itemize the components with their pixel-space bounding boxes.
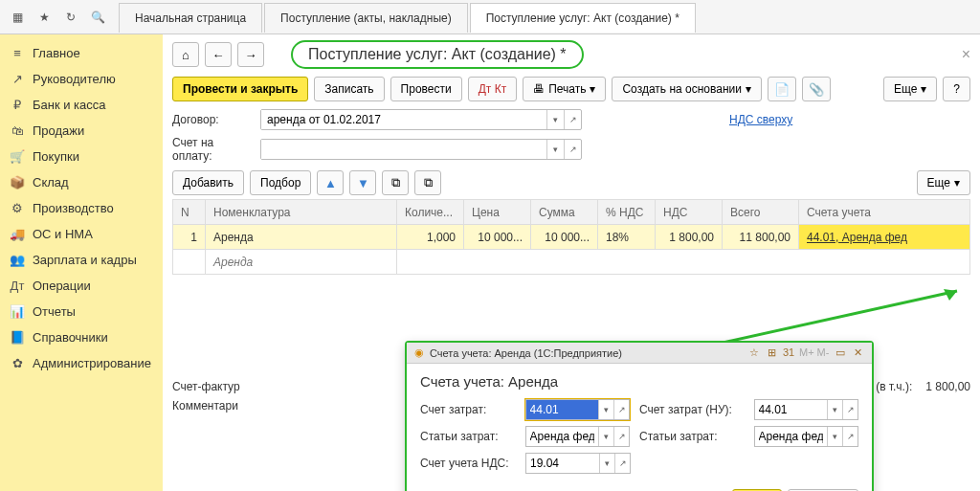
dtkt-button[interactable]: Дт Кт	[468, 77, 517, 101]
print-label: Печать	[548, 82, 586, 96]
cell-name[interactable]: Аренда	[206, 225, 397, 250]
table-more-button[interactable]: Еще ▾	[917, 170, 970, 195]
sidebar-item-label: Продажи	[33, 123, 84, 138]
close-icon[interactable]: ×	[962, 46, 970, 63]
sidebar-item-admin[interactable]: ✿Администрирование	[0, 350, 163, 376]
invoice-combo[interactable]: ▾ ↗	[260, 139, 582, 160]
move-down-button[interactable]: ▼	[349, 170, 376, 195]
cost-item-input[interactable]	[526, 427, 599, 446]
truck-icon: 🚚	[10, 227, 25, 241]
open-icon[interactable]: ↗	[614, 454, 630, 473]
date-icon[interactable]: 31	[782, 346, 795, 359]
sidebar-item-main[interactable]: ≡Главное	[0, 40, 163, 66]
cost-acc-combo[interactable]: ▾↗	[525, 399, 631, 420]
vat-acc-input[interactable]	[526, 454, 599, 473]
calc-icon[interactable]: ⊞	[765, 346, 778, 359]
sidebar-item-warehouse[interactable]: 📦Склад	[0, 169, 163, 195]
paste-button[interactable]: ⧉	[414, 170, 441, 195]
star-icon[interactable]: ★	[33, 6, 56, 29]
m-plus-icon[interactable]: M+	[799, 346, 813, 359]
sidebar-item-reports[interactable]: 📊Отчеты	[0, 299, 163, 324]
more-button[interactable]: Еще ▾	[883, 77, 937, 101]
select-button[interactable]: Подбор	[250, 170, 311, 195]
cell-sum[interactable]: 10 000...	[531, 225, 598, 250]
invoice-input[interactable]	[261, 140, 546, 159]
sidebar-item-refs[interactable]: 📘Справочники	[0, 324, 163, 350]
cell-qty[interactable]: 1,000	[397, 225, 464, 250]
help-button[interactable]: ?	[943, 77, 970, 101]
svg-marker-1	[944, 289, 957, 301]
apps-icon[interactable]: ▦	[6, 6, 29, 29]
open-icon[interactable]: ↗	[842, 427, 858, 446]
sidebar-item-manager[interactable]: ↗Руководителю	[0, 66, 163, 92]
open-icon[interactable]: ↗	[564, 140, 581, 159]
chevron-down-icon[interactable]: ▾	[599, 454, 614, 473]
cell-total[interactable]: 11 800,00	[723, 225, 799, 250]
chevron-down-icon[interactable]: ▾	[598, 427, 613, 446]
open-icon[interactable]: ↗	[613, 427, 629, 446]
m-minus-icon[interactable]: M-	[816, 346, 830, 359]
cost-acc-input[interactable]	[526, 400, 599, 419]
cost-acc-nu-input[interactable]	[755, 400, 828, 419]
vat-link[interactable]: НДС сверху	[729, 113, 792, 126]
account-link[interactable]: 44.01, Аренда фед	[807, 231, 907, 244]
post-button[interactable]: Провести	[390, 77, 462, 101]
save-button[interactable]: Записать	[314, 77, 384, 101]
post-close-button[interactable]: Провести и закрыть	[172, 77, 308, 101]
cell-vat[interactable]: 1 800,00	[656, 225, 723, 250]
sidebar-item-purchases[interactable]: 🛒Покупки	[0, 144, 163, 169]
table-row[interactable]: 1 Аренда 1,000 10 000... 10 000... 18% 1…	[173, 225, 970, 250]
cost-acc-nu-combo[interactable]: ▾↗	[754, 399, 859, 420]
history-icon[interactable]: ↻	[59, 6, 82, 29]
move-up-button[interactable]: ▲	[317, 170, 344, 195]
book-icon: 📘	[10, 330, 25, 345]
open-icon[interactable]: ↗	[613, 400, 629, 419]
copy-button[interactable]: ⧉	[382, 170, 409, 195]
cell-vatpct[interactable]: 18%	[598, 225, 656, 250]
dialog-titlebar[interactable]: ◉ Счета учета: Аренда (1С:Предприятие) ☆…	[407, 343, 872, 364]
chevron-down-icon[interactable]: ▾	[546, 110, 564, 129]
tab-home[interactable]: Начальная страница	[119, 3, 262, 33]
sidebar-item-sales[interactable]: 🛍Продажи	[0, 118, 163, 144]
cost-item2-combo[interactable]: ▾↗	[754, 426, 859, 447]
sf-label: Счет-фактур	[172, 380, 240, 393]
doc-icon-button[interactable]: 📄	[768, 77, 796, 101]
sidebar-item-label: Банк и касса	[33, 98, 106, 112]
vat-acc-combo[interactable]: ▾↗	[525, 453, 631, 474]
forward-button[interactable]: →	[237, 42, 264, 67]
tab-current[interactable]: Поступление услуг: Акт (создание) *	[470, 3, 696, 33]
sidebar-item-payroll[interactable]: 👥Зарплата и кадры	[0, 247, 163, 273]
sidebar-item-production[interactable]: ⚙Производство	[0, 195, 163, 221]
contract-combo[interactable]: ▾ ↗	[260, 109, 582, 130]
col-account: Счета учета	[799, 200, 970, 225]
sidebar-item-bank[interactable]: ₽Банк и касса	[0, 92, 163, 118]
search-icon[interactable]: 🔍	[86, 6, 109, 29]
back-button[interactable]: ←	[205, 42, 232, 67]
home-button[interactable]: ⌂	[172, 42, 199, 67]
open-icon[interactable]: ↗	[564, 110, 581, 129]
sidebar-item-operations[interactable]: ДтОперации	[0, 273, 163, 299]
chevron-down-icon[interactable]: ▾	[827, 427, 842, 446]
attach-button[interactable]: 📎	[802, 77, 831, 101]
open-icon[interactable]: ↗	[842, 400, 858, 419]
cell-price[interactable]: 10 000...	[464, 225, 531, 250]
sidebar-item-label: Справочники	[33, 330, 108, 345]
cell-account[interactable]: 44.01, Аренда фед	[799, 225, 970, 250]
sidebar-item-label: Зарплата и кадры	[33, 253, 137, 267]
print-button[interactable]: 🖶Печать ▾	[523, 77, 606, 101]
create-based-button[interactable]: Создать на основании ▾	[612, 77, 762, 101]
chevron-down-icon[interactable]: ▾	[827, 400, 842, 419]
sidebar-item-assets[interactable]: 🚚ОС и НМА	[0, 221, 163, 247]
cost-item2-input[interactable]	[755, 427, 828, 446]
close-dialog-icon[interactable]: ✕	[851, 346, 864, 359]
ruble-icon: ₽	[10, 98, 25, 112]
tab-receipts[interactable]: Поступление (акты, накладные)	[264, 3, 468, 33]
add-button[interactable]: Добавить	[172, 170, 244, 195]
chevron-down-icon[interactable]: ▾	[546, 140, 564, 159]
chevron-down-icon[interactable]: ▾	[598, 400, 613, 419]
col-price: Цена	[464, 200, 531, 225]
contract-input[interactable]	[261, 110, 546, 129]
cost-item-combo[interactable]: ▾↗	[525, 426, 631, 447]
minimize-icon[interactable]: ▭	[834, 346, 847, 359]
pin-icon[interactable]: ☆	[747, 346, 761, 359]
